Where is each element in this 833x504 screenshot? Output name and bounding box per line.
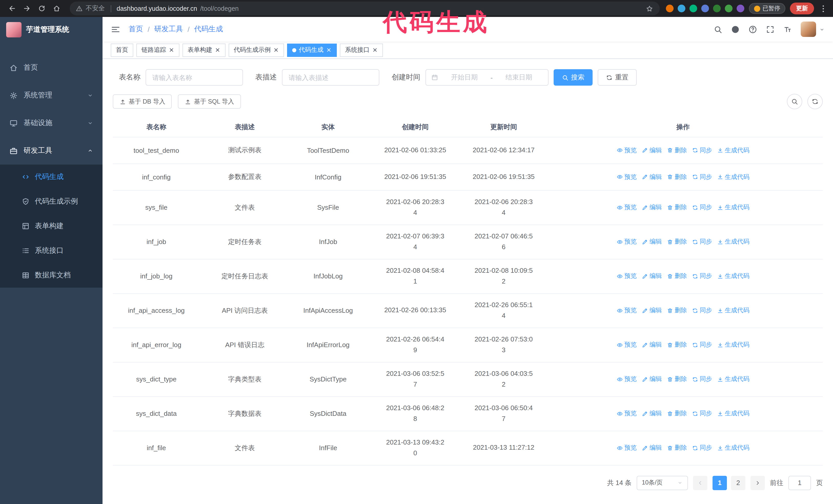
row-action-edit[interactable]: 编辑 xyxy=(642,306,662,315)
row-action-preview[interactable]: 预览 xyxy=(617,146,637,154)
hamburger-icon[interactable] xyxy=(111,24,120,34)
extension-icon[interactable] xyxy=(677,5,685,12)
browser-back-button[interactable] xyxy=(5,2,19,16)
extension-icon[interactable] xyxy=(724,5,732,12)
goto-page-input[interactable] xyxy=(788,476,811,490)
row-action-preview[interactable]: 预览 xyxy=(617,409,637,418)
row-action-sync[interactable]: 同步 xyxy=(692,340,712,349)
row-action-generate[interactable]: 生成代码 xyxy=(717,375,749,384)
row-action-edit[interactable]: 编辑 xyxy=(642,237,662,246)
row-action-delete[interactable]: 删除 xyxy=(667,409,687,418)
sidebar-item-db-doc[interactable]: 数据库文档 xyxy=(0,263,102,288)
refresh-table-button[interactable] xyxy=(807,94,823,109)
sidebar-item-codegen-demo[interactable]: 代码生成示例 xyxy=(0,189,102,214)
row-action-sync[interactable]: 同步 xyxy=(692,306,712,315)
extension-icon[interactable] xyxy=(666,5,673,12)
tab-close-icon[interactable] xyxy=(273,47,279,53)
row-action-sync[interactable]: 同步 xyxy=(692,203,712,212)
row-action-delete[interactable]: 删除 xyxy=(667,172,687,181)
row-action-sync[interactable]: 同步 xyxy=(692,443,712,452)
row-action-generate[interactable]: 生成代码 xyxy=(717,146,749,154)
row-action-edit[interactable]: 编辑 xyxy=(642,375,662,384)
sidebar-item-home[interactable]: 首页 xyxy=(0,54,102,81)
search-icon[interactable] xyxy=(714,25,722,33)
row-action-delete[interactable]: 删除 xyxy=(667,237,687,246)
row-action-generate[interactable]: 生成代码 xyxy=(717,272,749,281)
row-action-edit[interactable]: 编辑 xyxy=(642,272,662,281)
extension-icon[interactable] xyxy=(713,5,720,12)
bookmark-star-icon[interactable] xyxy=(645,4,653,13)
fullscreen-icon[interactable] xyxy=(766,25,775,33)
row-action-edit[interactable]: 编辑 xyxy=(642,340,662,349)
browser-forward-button[interactable] xyxy=(20,2,34,16)
row-action-sync[interactable]: 同步 xyxy=(692,272,712,281)
github-icon[interactable] xyxy=(731,25,740,33)
row-action-generate[interactable]: 生成代码 xyxy=(717,172,749,181)
sidebar-item-infra[interactable]: 基础设施 xyxy=(0,109,102,137)
row-action-edit[interactable]: 编辑 xyxy=(642,409,662,418)
row-action-generate[interactable]: 生成代码 xyxy=(717,306,749,315)
page-button-1[interactable]: 1 xyxy=(713,476,727,490)
row-action-generate[interactable]: 生成代码 xyxy=(717,443,749,452)
tab-form-build[interactable]: 表单构建 xyxy=(183,43,225,57)
tab-close-icon[interactable] xyxy=(326,47,332,53)
extension-icon[interactable] xyxy=(689,5,697,12)
browser-home-button[interactable] xyxy=(50,2,64,16)
row-action-edit[interactable]: 编辑 xyxy=(642,203,662,212)
page-size-select[interactable]: 10条/页 xyxy=(637,476,688,490)
next-page-button[interactable] xyxy=(751,476,765,490)
sidebar-item-dev-tools[interactable]: 研发工具 xyxy=(0,137,102,165)
table-name-input[interactable] xyxy=(146,69,243,86)
page-button-2[interactable]: 2 xyxy=(731,476,745,490)
row-action-delete[interactable]: 删除 xyxy=(667,146,687,154)
extension-icon[interactable] xyxy=(701,5,709,12)
row-action-delete[interactable]: 删除 xyxy=(667,272,687,281)
row-action-generate[interactable]: 生成代码 xyxy=(717,237,749,246)
tab-trace[interactable]: 链路追踪 xyxy=(136,43,180,57)
browser-menu-icon[interactable] xyxy=(819,4,828,13)
import-sql-button[interactable]: 基于 SQL 导入 xyxy=(178,94,241,109)
row-action-edit[interactable]: 编辑 xyxy=(642,172,662,181)
tab-system-api[interactable]: 系统接口 xyxy=(340,43,383,57)
sidebar-item-system-api[interactable]: 系统接口 xyxy=(0,238,102,263)
row-action-delete[interactable]: 删除 xyxy=(667,203,687,212)
font-size-icon[interactable] xyxy=(783,25,792,33)
row-action-sync[interactable]: 同步 xyxy=(692,375,712,384)
row-action-generate[interactable]: 生成代码 xyxy=(717,340,749,349)
row-action-generate[interactable]: 生成代码 xyxy=(717,203,749,212)
row-action-preview[interactable]: 预览 xyxy=(617,443,637,452)
browser-reload-button[interactable] xyxy=(35,2,49,16)
row-action-delete[interactable]: 删除 xyxy=(667,306,687,315)
row-action-generate[interactable]: 生成代码 xyxy=(717,409,749,418)
row-action-preview[interactable]: 预览 xyxy=(617,203,637,212)
help-icon[interactable] xyxy=(748,25,757,33)
import-db-button[interactable]: 基于 DB 导入 xyxy=(113,94,172,109)
browser-update-button[interactable]: 更新 xyxy=(790,3,814,14)
sidebar-item-system[interactable]: 系统管理 xyxy=(0,81,102,109)
sidebar-item-form-build[interactable]: 表单构建 xyxy=(0,214,102,238)
row-action-preview[interactable]: 预览 xyxy=(617,340,637,349)
row-action-delete[interactable]: 删除 xyxy=(667,443,687,452)
row-action-preview[interactable]: 预览 xyxy=(617,172,637,181)
user-menu[interactable] xyxy=(801,22,825,37)
row-action-preview[interactable]: 预览 xyxy=(617,272,637,281)
tab-codegen-demo[interactable]: 代码生成示例 xyxy=(229,43,284,57)
date-range-picker[interactable]: 开始日期 - 结束日期 xyxy=(426,69,548,86)
row-action-sync[interactable]: 同步 xyxy=(692,146,712,154)
row-action-sync[interactable]: 同步 xyxy=(692,172,712,181)
row-action-delete[interactable]: 删除 xyxy=(667,375,687,384)
app-logo[interactable]: 芋道管理系统 xyxy=(0,17,102,43)
tab-close-icon[interactable] xyxy=(169,47,174,53)
breadcrumb-item-home[interactable]: 首页 xyxy=(129,25,143,34)
reset-button[interactable]: 重置 xyxy=(598,69,637,86)
row-action-preview[interactable]: 预览 xyxy=(617,306,637,315)
row-action-delete[interactable]: 删除 xyxy=(667,340,687,349)
row-action-sync[interactable]: 同步 xyxy=(692,409,712,418)
address-bar[interactable]: 不安全 dashboard.yudao.iocoder.cn/tool/code… xyxy=(70,2,660,16)
paused-badge[interactable]: 已暂停 xyxy=(749,3,785,14)
tab-close-icon[interactable] xyxy=(372,47,378,53)
row-action-edit[interactable]: 编辑 xyxy=(642,443,662,452)
prev-page-button[interactable] xyxy=(693,476,708,490)
tab-close-icon[interactable] xyxy=(215,47,220,53)
sidebar-item-codegen[interactable]: 代码生成 xyxy=(0,165,102,189)
